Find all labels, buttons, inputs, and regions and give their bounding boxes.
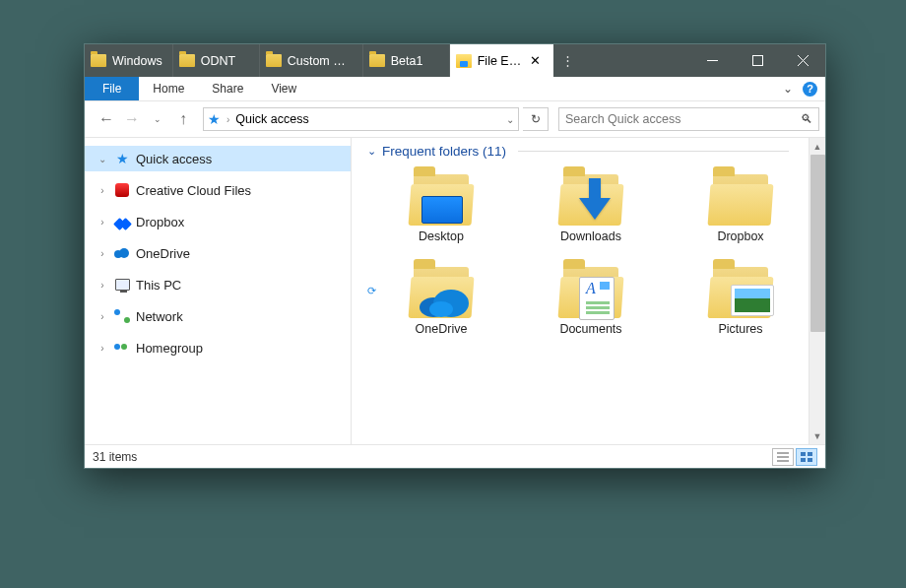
tab-windows[interactable]: Windows <box>85 44 173 77</box>
tree-node-cc[interactable]: ›Creative Cloud Files <box>85 177 351 203</box>
file-explorer-icon <box>456 54 472 68</box>
details-view-button[interactable] <box>772 448 794 466</box>
scroll-up-icon[interactable]: ▲ <box>809 138 825 155</box>
ribbon-home-tab[interactable]: Home <box>139 77 198 100</box>
tab-odnt[interactable]: ODNT <box>173 44 260 77</box>
svg-rect-13 <box>808 458 812 462</box>
folder-icon <box>707 170 774 226</box>
scroll-down-icon[interactable]: ▼ <box>809 427 825 444</box>
expand-icon[interactable]: › <box>97 248 108 259</box>
expand-icon[interactable]: › <box>97 217 108 228</box>
status-text: 31 items <box>93 450 137 464</box>
svg-point-6 <box>429 301 453 317</box>
nav-tree: ⌄★Quick access›Creative Cloud Files›Drop… <box>85 138 351 444</box>
vertical-scrollbar[interactable]: ▲ ▼ <box>809 138 825 444</box>
close-tab-icon[interactable]: ✕ <box>528 53 543 68</box>
address-bar[interactable]: ★ › Quick access ⌄ <box>203 107 519 131</box>
tree-label: Homegroup <box>136 341 351 356</box>
download-arrow-icon <box>575 176 615 225</box>
document-overlay-icon <box>579 277 615 320</box>
folder-icon <box>91 54 106 67</box>
expand-icon[interactable]: ⌄ <box>97 154 108 164</box>
folder-item[interactable]: Dropbox <box>667 166 809 247</box>
tab-label: Beta1 <box>391 54 439 68</box>
expand-icon[interactable]: › <box>97 280 108 291</box>
address-dropdown-icon[interactable]: ⌄ <box>506 114 514 125</box>
tree-node-onedrive[interactable]: ›OneDrive <box>85 240 351 266</box>
tree-label: Creative Cloud Files <box>136 183 351 198</box>
tree-node-network[interactable]: ›Network <box>85 303 351 329</box>
tab-label: Windows <box>112 54 162 68</box>
file-explorer-window: Windows ODNT Custom RT... Beta1 File Exp… <box>84 43 826 469</box>
help-icon[interactable]: ? <box>803 82 817 97</box>
onedrive-icon <box>114 245 130 261</box>
window-controls <box>689 44 825 77</box>
status-bar: 31 items <box>85 444 825 468</box>
refresh-button[interactable]: ↻ <box>523 107 549 131</box>
tab-custom-rt[interactable]: Custom RT... <box>260 44 363 77</box>
folder-item[interactable]: Pictures <box>667 259 809 340</box>
sync-icon: ⟳ <box>367 285 381 298</box>
ribbon-expand-icon[interactable]: ⌄ <box>783 82 793 96</box>
tree-node-dropbox[interactable]: ›Dropbox <box>85 209 351 234</box>
group-title: Frequent folders (11) <box>382 144 506 159</box>
main-pane[interactable]: ⌄ Frequent folders (11) DesktopDownloads… <box>352 138 809 444</box>
ribbon: File Home Share View ⌄ ? <box>85 77 825 101</box>
content-area: ⌄ Frequent folders (11) DesktopDownloads… <box>352 138 825 444</box>
homegroup-icon <box>114 340 130 356</box>
desktop-overlay-icon <box>421 196 463 224</box>
tab-file-explorer[interactable]: File Expl... ✕ <box>450 44 553 77</box>
search-box[interactable]: Search Quick access 🔍︎ <box>558 107 819 131</box>
back-button[interactable]: ← <box>95 107 118 131</box>
folder-item[interactable]: Downloads <box>517 166 665 247</box>
folder-item[interactable]: Documents <box>517 259 665 340</box>
item-label: OneDrive <box>416 322 468 336</box>
ribbon-file-tab[interactable]: File <box>85 77 139 100</box>
maximize-button[interactable] <box>735 44 780 77</box>
tab-beta1[interactable]: Beta1 <box>363 44 450 77</box>
recent-locations-button[interactable]: ⌄ <box>146 107 169 131</box>
svg-rect-1 <box>752 56 762 66</box>
folder-item[interactable]: Desktop <box>367 166 515 247</box>
quick-access-icon: ★ <box>208 111 221 127</box>
item-label: Desktop <box>419 229 464 243</box>
ribbon-share-tab[interactable]: Share <box>198 77 257 100</box>
quick-access-icon: ★ <box>114 151 130 166</box>
picture-overlay-icon <box>731 285 774 316</box>
up-button[interactable]: ↑ <box>171 107 195 131</box>
scroll-thumb[interactable] <box>810 155 825 332</box>
item-label: Documents <box>559 322 621 336</box>
tab-overflow-button[interactable]: ⋮ <box>553 44 583 77</box>
tree-label: OneDrive <box>136 246 351 261</box>
collapse-group-icon[interactable]: ⌄ <box>367 145 376 158</box>
group-header[interactable]: ⌄ Frequent folders (11) <box>367 144 809 159</box>
expand-icon[interactable]: › <box>97 311 108 322</box>
body: ⌄★Quick access›Creative Cloud Files›Drop… <box>85 137 825 444</box>
ribbon-view-tab[interactable]: View <box>257 77 310 100</box>
tree-node-homegroup[interactable]: ›Homegroup <box>85 335 351 360</box>
tab-label: Custom RT... <box>288 54 353 68</box>
folder-icon <box>557 170 624 226</box>
chevron-right-icon: › <box>226 114 229 125</box>
tree-label: Dropbox <box>136 215 351 229</box>
forward-button[interactable]: → <box>120 107 144 131</box>
item-label: Dropbox <box>717 229 763 243</box>
onedrive-overlay-icon <box>416 284 471 320</box>
svg-rect-12 <box>801 458 806 462</box>
item-label: Downloads <box>560 229 621 243</box>
folder-icon <box>179 54 195 67</box>
item-label: Pictures <box>718 322 762 336</box>
folder-item[interactable]: ⟳OneDrive <box>367 259 515 340</box>
dropbox-icon <box>114 214 130 229</box>
close-button[interactable] <box>780 44 825 77</box>
tree-node-quickaccess[interactable]: ⌄★Quick access <box>85 146 351 171</box>
tree-node-pc[interactable]: ›This PC <box>85 272 351 297</box>
expand-icon[interactable]: › <box>97 185 108 196</box>
expand-icon[interactable]: › <box>97 343 108 354</box>
nav-row: ← → ⌄ ↑ ★ › Quick access ⌄ ↻ Search Quic… <box>85 101 825 137</box>
search-placeholder: Search Quick access <box>565 112 680 126</box>
minimize-button[interactable] <box>689 44 735 77</box>
icons-view-button[interactable] <box>796 448 817 466</box>
tab-label: File Expl... <box>478 54 522 68</box>
titlebar: Windows ODNT Custom RT... Beta1 File Exp… <box>85 44 825 77</box>
